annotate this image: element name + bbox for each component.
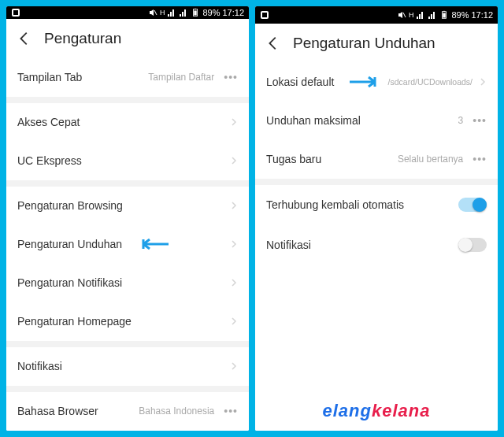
settings-row[interactable]: Akses Cepat xyxy=(6,103,249,142)
svg-rect-4 xyxy=(195,10,197,15)
section-gap xyxy=(255,179,498,185)
chevron-right-icon xyxy=(230,157,238,165)
svg-rect-5 xyxy=(195,9,197,9)
page-title: Pengaturan xyxy=(44,30,121,47)
svg-rect-10 xyxy=(443,13,446,17)
settings-row[interactable]: Bahasa BrowserBahasa Indonesia••• xyxy=(6,392,249,431)
mute-icon xyxy=(397,10,406,20)
section-gap xyxy=(6,386,249,392)
chevron-right-icon xyxy=(230,202,238,209)
battery-icon xyxy=(439,10,449,20)
phone-right: H 89% 17:12 Pengaturan Unduhan Lokasi de… xyxy=(255,6,498,431)
bbm-icon xyxy=(11,8,20,17)
bbm-icon xyxy=(260,10,269,20)
phone-left: H 89% 17:12 Pengaturan Tampilan TabTampi… xyxy=(6,6,249,431)
battery-text: 89% xyxy=(202,8,220,17)
row-value: 3 xyxy=(458,115,464,126)
row-label: Pengaturan Browsing xyxy=(17,199,230,212)
settings-row[interactable]: Lokasi default/sdcard/UCDownloads/ xyxy=(255,63,498,102)
brand-part1: elang xyxy=(323,401,372,420)
settings-row[interactable]: Tampilan TabTampilan Daftar••• xyxy=(6,58,249,97)
row-value: Selalu bertanya xyxy=(398,154,463,165)
row-label: Notifikasi xyxy=(17,360,230,372)
status-bar: H 89% 17:12 xyxy=(6,6,249,19)
signal-icon xyxy=(416,10,425,20)
chevron-right-icon xyxy=(230,240,238,248)
signal-icon-2 xyxy=(179,8,188,17)
row-label: Unduhan maksimal xyxy=(266,114,458,127)
battery-text: 89% xyxy=(451,10,469,20)
brand-part2: kelana xyxy=(372,401,431,420)
row-label: Notifikasi xyxy=(266,239,458,251)
status-bar: H 89% 17:12 xyxy=(255,6,498,24)
settings-row[interactable]: Pengaturan Unduhan xyxy=(6,225,249,264)
settings-row[interactable]: Unduhan maksimal3••• xyxy=(255,102,498,140)
row-label: Akses Cepat xyxy=(17,116,230,128)
settings-row[interactable]: Pengaturan Notifikasi xyxy=(6,264,249,302)
page-title: Pengaturan Unduhan xyxy=(293,35,435,52)
row-label: UC Ekspress xyxy=(17,154,230,167)
net-label: H xyxy=(160,9,165,17)
svg-rect-7 xyxy=(262,13,267,17)
download-settings-list: Lokasi default/sdcard/UCDownloads/Unduha… xyxy=(255,63,498,431)
more-icon: ••• xyxy=(472,114,487,127)
chevron-right-icon xyxy=(479,78,487,86)
row-label: Tampilan Tab xyxy=(17,71,148,83)
signal-icon xyxy=(167,8,176,17)
back-icon[interactable] xyxy=(16,30,33,47)
row-value: /sdcard/UCDownloads/ xyxy=(388,77,472,87)
more-icon: ••• xyxy=(224,405,238,417)
row-value: Bahasa Indonesia xyxy=(139,406,214,417)
chevron-right-icon xyxy=(230,362,238,370)
chevron-right-icon xyxy=(230,279,238,287)
section-gap xyxy=(6,341,249,347)
more-icon: ••• xyxy=(472,153,487,165)
section-gap xyxy=(6,97,249,103)
row-label: Pengaturan Homepage xyxy=(17,315,230,328)
brand-watermark: elangkelana xyxy=(255,401,498,421)
row-label: Lokasi default xyxy=(266,76,388,88)
mute-icon xyxy=(148,8,158,17)
time-text: 17:12 xyxy=(471,10,493,20)
signal-icon-2 xyxy=(428,10,437,20)
time-text: 17:12 xyxy=(222,8,244,17)
settings-row[interactable]: Pengaturan Homepage xyxy=(6,302,249,341)
back-icon[interactable] xyxy=(265,35,282,52)
settings-row[interactable]: Notifikasi xyxy=(255,225,498,265)
chevron-right-icon xyxy=(230,118,238,126)
svg-line-8 xyxy=(403,13,406,17)
settings-row[interactable]: UC Ekspress xyxy=(6,142,249,180)
settings-row[interactable]: Pengaturan Browsing xyxy=(6,187,249,225)
svg-rect-11 xyxy=(444,11,446,12)
settings-list: Tampilan TabTampilan Daftar•••Akses Cepa… xyxy=(6,58,249,431)
battery-icon xyxy=(191,8,200,17)
more-icon: ••• xyxy=(224,71,238,83)
row-label: Terhubung kembali otomatis xyxy=(266,198,458,211)
row-label: Bahasa Browser xyxy=(17,405,139,417)
settings-row[interactable]: Terhubung kembali otomatis xyxy=(255,185,498,225)
header: Pengaturan xyxy=(6,19,249,58)
chevron-right-icon xyxy=(230,317,238,325)
toggle-switch[interactable] xyxy=(458,198,487,212)
section-gap xyxy=(6,180,249,187)
row-value: Tampilan Daftar xyxy=(148,72,214,83)
net-label: H xyxy=(409,11,414,19)
row-label: Tugas baru xyxy=(266,153,398,165)
row-label: Pengaturan Notifikasi xyxy=(17,276,230,289)
svg-rect-1 xyxy=(13,10,18,15)
settings-row[interactable]: Notifikasi xyxy=(6,347,249,386)
header: Pengaturan Unduhan xyxy=(255,24,498,63)
svg-line-2 xyxy=(154,10,157,15)
settings-row[interactable]: Tugas baruSelalu bertanya••• xyxy=(255,140,498,179)
toggle-switch[interactable] xyxy=(458,238,487,252)
row-label: Pengaturan Unduhan xyxy=(17,238,230,250)
